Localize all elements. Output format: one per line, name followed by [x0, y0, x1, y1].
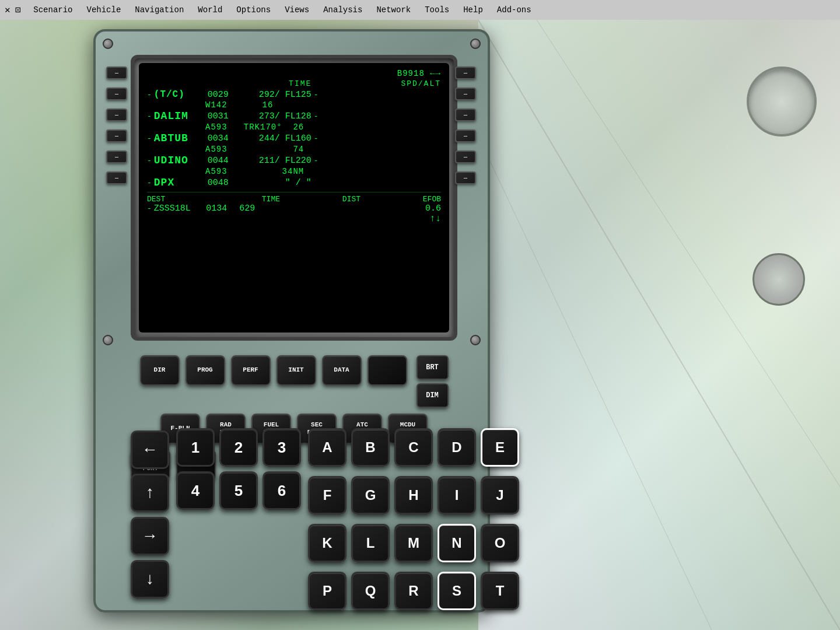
menu-close-icon[interactable]: ✕ [5, 4, 10, 16]
key-down-arrow[interactable]: ↓ [131, 560, 169, 598]
num-keys: 1 2 3 4 5 6 [176, 428, 301, 615]
screw-tl [103, 38, 113, 49]
key-dim[interactable]: DIM [416, 383, 449, 408]
cockpit-dial [752, 253, 805, 306]
lsk-l1[interactable] [106, 66, 127, 79]
lsk-r4[interactable] [455, 130, 476, 142]
nav-keys: ← ↑ → ↓ [131, 430, 169, 615]
menu-vehicle[interactable]: Vehicle [81, 3, 127, 17]
key-e[interactable]: E [481, 428, 519, 467]
key-1[interactable]: 1 [176, 428, 215, 467]
key-c[interactable]: C [394, 428, 433, 467]
num-row2: 4 5 6 [176, 471, 301, 510]
menu-network[interactable]: Network [370, 3, 416, 17]
col-headers: TIME SPD/ALT [147, 79, 441, 88]
key-g[interactable]: G [351, 476, 390, 514]
scroll-arrows[interactable]: ↑↓ [147, 214, 441, 224]
key-right-arrow[interactable]: → [131, 517, 169, 555]
alpha-row2: F G H I J [308, 476, 519, 514]
key-q[interactable]: Q [351, 572, 390, 610]
key-d[interactable]: D [438, 428, 476, 467]
key-data[interactable]: DATA [322, 355, 362, 386]
menu-views[interactable]: Views [279, 3, 315, 17]
key-6[interactable]: 6 [262, 471, 301, 510]
key-brt[interactable]: BRT [416, 355, 449, 380]
col-spd-alt: SPD/ALT [401, 79, 441, 88]
keys-combined: ← ↑ → ↓ 1 2 3 4 5 6 [131, 428, 457, 615]
bottom-section: DEST TIME DIST EFOB - ZSSS18L 0134 629 0… [147, 192, 441, 224]
menu-help[interactable]: Help [457, 3, 489, 17]
dest-row: - ZSSS18L 0134 629 0.6 [147, 204, 441, 214]
lsk-l5[interactable] [106, 150, 127, 163]
key-n[interactable]: N [438, 524, 476, 562]
menu-world[interactable]: World [192, 3, 228, 17]
lsk-l4[interactable] [106, 130, 127, 142]
row-a593-1: A593 TRK170° 26 [147, 123, 441, 132]
alpha-row4: P Q R S T [308, 572, 519, 610]
num-row1: 1 2 3 [176, 428, 301, 467]
key-j[interactable]: J [481, 476, 519, 514]
row-dpx: - DPX 0048 " / " [147, 177, 441, 188]
row-udino: - UDINO 0044 211/ FL220 - [147, 155, 441, 166]
row-w142: W142 16 [147, 100, 441, 110]
screw-tr [470, 38, 481, 49]
key-h[interactable]: H [394, 476, 433, 514]
key-l[interactable]: L [351, 524, 390, 562]
key-4[interactable]: 4 [176, 471, 215, 510]
row-a593-3: A593 34NM [147, 167, 441, 176]
lsk-r1[interactable] [455, 66, 476, 79]
key-init[interactable]: INIT [276, 355, 316, 386]
key-blank1[interactable] [368, 355, 407, 386]
alpha-keys: ← ↑ → ↓ 1 2 3 4 5 6 [131, 428, 457, 615]
key-m[interactable]: M [394, 524, 433, 562]
screw-ml [103, 335, 113, 345]
lsk-r5[interactable] [455, 150, 476, 163]
key-r[interactable]: R [394, 572, 433, 610]
key-b[interactable]: B [351, 428, 390, 467]
screw-mr [470, 335, 481, 345]
key-o[interactable]: O [481, 524, 519, 562]
alpha-row3: K L M N O [308, 524, 519, 562]
lsk-left [106, 66, 128, 184]
key-perf[interactable]: PERF [231, 355, 271, 386]
key-dir[interactable]: DIR [140, 355, 180, 386]
lsk-l6[interactable] [106, 172, 127, 184]
brt-dim-col: BRT DIM [416, 355, 449, 408]
key-s[interactable]: S [438, 572, 476, 610]
key-5[interactable]: 5 [219, 471, 258, 510]
cockpit-knob [747, 66, 817, 136]
key-3[interactable]: 3 [262, 428, 301, 467]
col-time: TIME [289, 79, 312, 88]
key-prog[interactable]: PROG [186, 355, 225, 386]
menu-addons[interactable]: Add-ons [491, 3, 537, 17]
menu-tools[interactable]: Tools [419, 3, 455, 17]
menu-analysis[interactable]: Analysis [317, 3, 368, 17]
lsk-l3[interactable] [106, 108, 127, 121]
func-row1: DIR PROG PERF INIT DATA BRT DIM [131, 355, 457, 408]
key-i[interactable]: I [438, 476, 476, 514]
key-t[interactable]: T [481, 572, 519, 610]
lsk-right [455, 66, 477, 184]
menu-icon[interactable]: ⊡ [15, 4, 21, 16]
screen-container: B9918 ←→ TIME SPD/ALT - (T/C) 0029 292/ … [131, 55, 457, 341]
key-k[interactable]: K [308, 524, 346, 562]
row-dalim: - DALIM 0031 273/ FL128 - [147, 110, 441, 122]
key-f[interactable]: F [308, 476, 346, 514]
menu-options[interactable]: Options [230, 3, 276, 17]
key-2[interactable]: 2 [219, 428, 258, 467]
col-blank [147, 79, 200, 88]
key-left-arrow[interactable]: ← [131, 430, 169, 469]
screen-header: B9918 ←→ [147, 69, 441, 78]
lsk-r6[interactable] [455, 172, 476, 184]
key-a[interactable]: A [308, 428, 346, 467]
menubar: ✕ ⊡ Scenario Vehicle Navigation World Op… [0, 0, 840, 20]
mcdu-unit: B9918 ←→ TIME SPD/ALT - (T/C) 0029 292/ … [93, 29, 490, 612]
key-up-arrow[interactable]: ↑ [131, 474, 169, 512]
key-p[interactable]: P [308, 572, 346, 610]
lsk-l2[interactable] [106, 88, 127, 100]
menu-navigation[interactable]: Navigation [129, 3, 190, 17]
lsk-r2[interactable] [455, 88, 476, 100]
alpha-row1: A B C D E [308, 428, 519, 467]
lsk-r3[interactable] [455, 108, 476, 121]
menu-scenario[interactable]: Scenario [27, 3, 78, 17]
